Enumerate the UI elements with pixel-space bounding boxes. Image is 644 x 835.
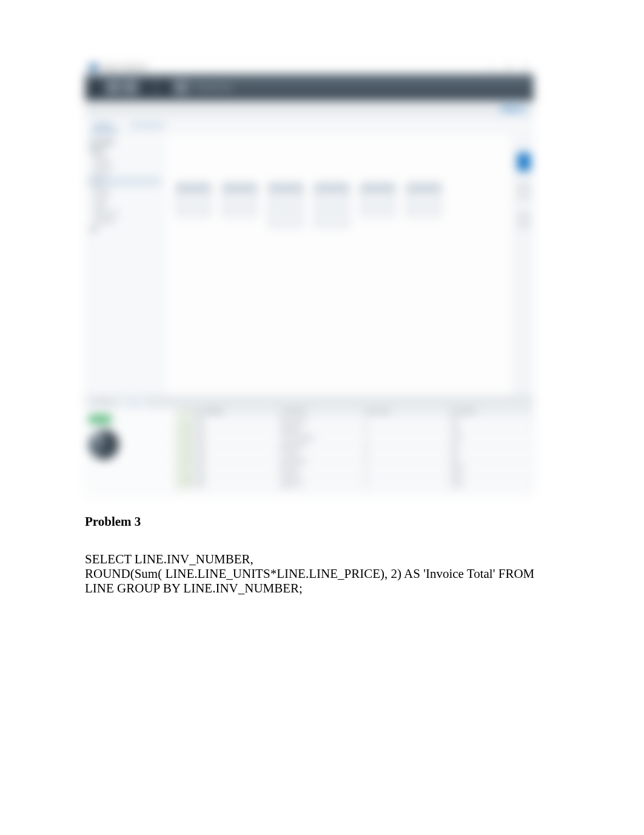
entity-box[interactable] bbox=[406, 183, 441, 217]
grid-cell: 1 bbox=[363, 434, 449, 442]
results-grid[interactable]: # INV_NUMBER P_DESCRIPT LINE_UNITS LINE_… bbox=[176, 409, 534, 497]
bottom-tab-bar: Overview Output bbox=[85, 395, 534, 409]
tree-item[interactable]: saleco bbox=[87, 146, 161, 154]
toolbar-button[interactable] bbox=[124, 81, 137, 94]
rail-button[interactable] bbox=[517, 153, 531, 171]
grid-cell: 1 bbox=[363, 481, 449, 489]
grid-cell: 7.25-in saw blade bbox=[278, 434, 364, 442]
toolbar-button[interactable] bbox=[141, 81, 154, 94]
tree-item[interactable]: customer bbox=[87, 162, 161, 170]
grid-row[interactable]: 21001Rat-tail file24.99 bbox=[176, 426, 534, 434]
tree-item[interactable]: product bbox=[87, 186, 161, 193]
sql-line: SELECT LINE.INV_NUMBER, bbox=[85, 552, 253, 566]
grid-cell: 2 bbox=[363, 458, 449, 466]
grid-header: INV_NUMBER bbox=[193, 409, 278, 418]
entity-box[interactable] bbox=[360, 183, 395, 217]
grid-cell: 1 bbox=[176, 418, 193, 426]
entity-box[interactable] bbox=[314, 183, 349, 228]
panel-badge[interactable]: Objects bbox=[498, 104, 528, 113]
grid-cell: 14.99 bbox=[449, 434, 534, 442]
entity-box[interactable] bbox=[176, 183, 211, 217]
rail-button[interactable] bbox=[517, 211, 531, 229]
right-rail bbox=[513, 135, 534, 395]
grid-cell: Rat-tail file bbox=[278, 426, 364, 434]
grid-cell: 1 bbox=[363, 418, 449, 426]
bottom-tab[interactable]: Overview bbox=[90, 398, 117, 406]
grid-cell: 1001 bbox=[193, 426, 278, 434]
grid-cell: 5 bbox=[176, 450, 193, 458]
grid-cell: 1006 bbox=[193, 481, 278, 489]
maximize-button[interactable]: ☐ bbox=[506, 64, 512, 70]
entity-box[interactable] bbox=[222, 183, 257, 217]
grid-cell: 1001 bbox=[193, 418, 278, 426]
grid-cell: 1 bbox=[363, 466, 449, 474]
grid-row[interactable]: 41003Steel nails 1lb35.87 bbox=[176, 442, 534, 450]
main-toolbar: File Edit View bbox=[85, 74, 534, 101]
grid-row[interactable]: 51003PVC pipe58.45 bbox=[176, 450, 534, 458]
tab-bar: Query 1 Administration bbox=[85, 116, 534, 135]
tree-item[interactable]: invoice bbox=[87, 170, 161, 178]
editor-tab[interactable]: Query 1 bbox=[91, 119, 118, 132]
grid-cell: Claw hammer bbox=[278, 458, 364, 466]
grid-row[interactable]: 11001Claw hammer19.95 bbox=[176, 418, 534, 426]
grid-header-row: # INV_NUMBER P_DESCRIPT LINE_UNITS LINE_… bbox=[176, 409, 534, 418]
editor-tab[interactable]: Administration bbox=[126, 120, 168, 131]
grid-cell: Claw hammer bbox=[278, 418, 364, 426]
grid-row[interactable]: 61004Claw hammer29.95 bbox=[176, 458, 534, 466]
grid-cell: 3 bbox=[363, 442, 449, 450]
grid-cell: 1005 bbox=[193, 474, 278, 481]
close-button[interactable]: ✕ bbox=[523, 64, 529, 70]
tree-item[interactable]: sys bbox=[87, 225, 161, 233]
minimize-button[interactable]: — bbox=[489, 64, 495, 70]
grid-cell: 9.95 bbox=[449, 418, 534, 426]
grid-cell: Jigsaw 12in bbox=[278, 481, 364, 489]
grid-cell: 38.95 bbox=[449, 474, 534, 481]
tree-item[interactable]: Views bbox=[87, 201, 161, 209]
bottom-tab[interactable]: Output bbox=[122, 398, 144, 406]
grid-header: LINE_PRICE bbox=[449, 409, 534, 418]
results-sidebar: Query bbox=[85, 409, 176, 497]
grid-cell: 1 bbox=[363, 474, 449, 481]
grid-cell: 5.87 bbox=[449, 442, 534, 450]
toolbar-button[interactable] bbox=[158, 81, 171, 94]
schema-sidebar: SCHEMAS saleco Tables customer invoice l… bbox=[85, 135, 164, 395]
pie-chart-icon bbox=[89, 429, 119, 460]
tree-item[interactable]: line bbox=[87, 178, 161, 186]
toolbar-button[interactable] bbox=[107, 81, 120, 94]
results-panel: Query # INV_NUMBER P_DESCRIPT LINE_UNITS… bbox=[85, 409, 534, 497]
editor-area bbox=[164, 135, 534, 395]
tree-item[interactable]: Functions bbox=[87, 217, 161, 225]
grid-cell: 5 bbox=[363, 450, 449, 458]
grid-cell: 1004 bbox=[193, 458, 278, 466]
grid-row[interactable]: 81005Power drill138.95 bbox=[176, 474, 534, 481]
grid-cell: 9.95 bbox=[449, 458, 534, 466]
secondary-toolbar: Objects bbox=[85, 101, 534, 116]
grid-row[interactable]: 310027.25-in saw blade114.99 bbox=[176, 434, 534, 442]
grid-header: LINE_UNITS bbox=[363, 409, 449, 418]
grid-row[interactable]: 91006Jigsaw 12in1109.92 bbox=[176, 481, 534, 489]
problem-heading: Problem 3 bbox=[85, 514, 559, 529]
rail-button[interactable] bbox=[517, 182, 531, 200]
grid-cell: 7 bbox=[176, 466, 193, 474]
toolbar-button[interactable] bbox=[90, 81, 103, 94]
grid-cell: 3 bbox=[176, 434, 193, 442]
app-screenshot: MySQL Workbench — ☐ ✕ File Edit View Obj… bbox=[85, 61, 534, 497]
tree-item[interactable]: Tables bbox=[87, 154, 161, 162]
diagram-canvas[interactable] bbox=[164, 135, 513, 395]
grid-cell: 8 bbox=[176, 474, 193, 481]
menu-labels[interactable]: File Edit View bbox=[195, 84, 232, 91]
grid-cell: 109.92 bbox=[449, 481, 534, 489]
entity-box[interactable] bbox=[268, 183, 303, 228]
grid-cell: 9 bbox=[176, 481, 193, 489]
grid-cell: 1002 bbox=[193, 434, 278, 442]
grid-cell: 6 bbox=[176, 458, 193, 466]
grid-cell: 256.99 bbox=[449, 466, 534, 474]
grid-cell: 4 bbox=[176, 442, 193, 450]
tree-item[interactable]: vendor bbox=[87, 193, 161, 201]
toolbar-button[interactable] bbox=[175, 81, 188, 94]
grid-cell: PVC pipe bbox=[278, 450, 364, 458]
grid-header: # bbox=[176, 409, 193, 418]
document-page: MySQL Workbench — ☐ ✕ File Edit View Obj… bbox=[0, 0, 644, 596]
grid-row[interactable]: 71004Hicut saw1256.99 bbox=[176, 466, 534, 474]
tree-item[interactable]: Stored Proc bbox=[87, 209, 161, 217]
